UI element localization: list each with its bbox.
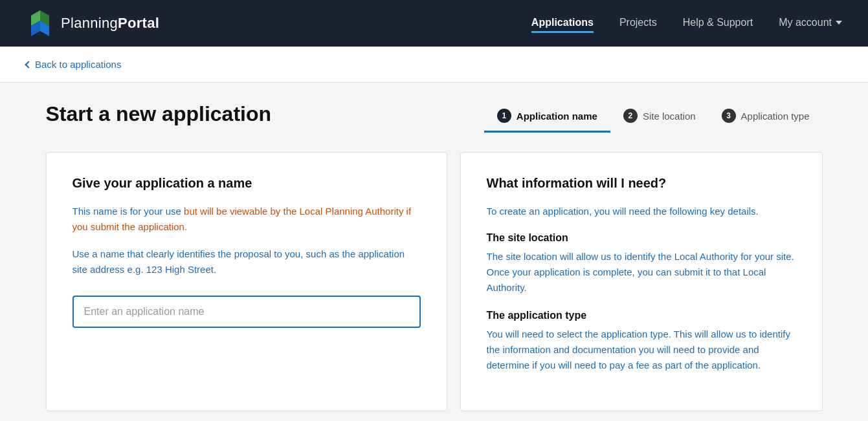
card-paragraph-1: This name is for your use but will be vi… xyxy=(72,204,421,235)
logo: PlanningPortal xyxy=(26,9,159,38)
account-label: My account xyxy=(779,17,832,28)
step-2-number: 2 xyxy=(623,109,638,123)
step-1-number: 1 xyxy=(497,109,511,123)
nav-applications[interactable]: Applications xyxy=(531,14,594,33)
back-label: Back to applications xyxy=(35,59,121,70)
content-columns: Give your application a name This name i… xyxy=(46,152,823,411)
page-title: Start a new application xyxy=(46,102,272,126)
nav-account[interactable]: My account xyxy=(779,14,842,33)
application-type-section: The application type You will need to se… xyxy=(487,310,796,373)
card-title: Give your application a name xyxy=(72,176,421,191)
card-paragraph-1-part1: This name is for your use xyxy=(72,206,184,217)
info-intro: To create an application, you will need … xyxy=(487,204,796,219)
chevron-down-icon xyxy=(836,21,842,25)
application-type-label: The application type xyxy=(487,310,796,321)
header: PlanningPortal Applications Projects Hel… xyxy=(0,0,868,47)
logo-icon xyxy=(26,9,54,38)
nav-help[interactable]: Help & Support xyxy=(683,14,753,33)
logo-text-bold: Portal xyxy=(118,15,159,31)
step-3-label: Application type xyxy=(741,111,810,122)
step-1[interactable]: 1 Application name xyxy=(484,102,610,133)
logo-text: PlanningPortal xyxy=(61,15,159,32)
application-type-desc: You will need to select the application … xyxy=(487,327,796,373)
card-paragraph-2: Use a name that clearly identifies the p… xyxy=(72,246,421,277)
steps-nav: 1 Application name 2 Site location 3 App… xyxy=(484,102,823,133)
chevron-left-icon xyxy=(25,61,32,68)
main-content: Start a new application 1 Application na… xyxy=(20,83,849,421)
step-1-label: Application name xyxy=(517,111,597,122)
info-card-title: What information will I need? xyxy=(487,176,796,191)
step-2-label: Site location xyxy=(643,111,696,122)
logo-text-plain: Planning xyxy=(61,15,118,31)
application-name-input[interactable] xyxy=(72,296,421,328)
step-3[interactable]: 3 Application type xyxy=(709,102,823,133)
application-name-card: Give your application a name This name i… xyxy=(46,152,447,411)
back-to-applications-link[interactable]: Back to applications xyxy=(26,59,121,70)
site-location-desc: The site location will allow us to ident… xyxy=(487,249,796,296)
main-nav: Applications Projects Help & Support My … xyxy=(531,14,842,33)
step-2[interactable]: 2 Site location xyxy=(610,102,709,133)
nav-projects[interactable]: Projects xyxy=(619,14,657,33)
site-location-label: The site location xyxy=(487,232,796,244)
page-header: Start a new application 1 Application na… xyxy=(46,102,823,133)
site-location-section: The site location The site location will… xyxy=(487,232,796,296)
breadcrumb-bar: Back to applications xyxy=(0,47,868,83)
step-3-number: 3 xyxy=(722,109,736,123)
info-card: What information will I need? To create … xyxy=(460,152,823,411)
